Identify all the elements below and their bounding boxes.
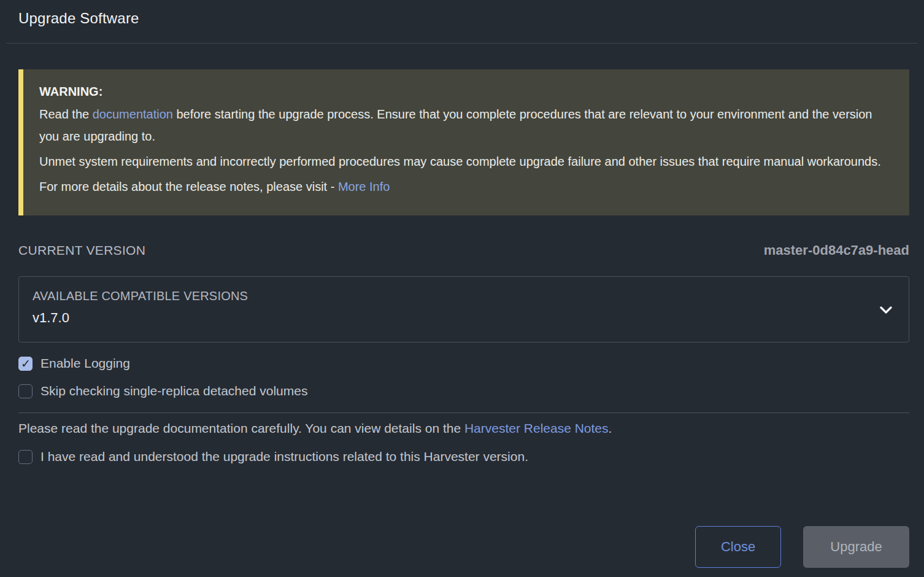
warning-p3-text-pre: For more details about the release notes…: [39, 180, 338, 193]
warning-paragraph-3: For more details about the release notes…: [39, 176, 892, 198]
read-confirm-checkbox-row[interactable]: I have read and understood the upgrade i…: [18, 449, 924, 464]
upgrade-button[interactable]: Upgrade: [803, 526, 909, 568]
warning-paragraph-2: Unmet system requirements and incorrectl…: [39, 150, 892, 172]
documentation-link[interactable]: documentation: [93, 107, 173, 121]
warning-p1-text-pre: Read the: [39, 107, 93, 121]
warning-paragraph-1: Read the documentation before starting t…: [39, 103, 892, 147]
page-title: Upgrade Software: [18, 10, 906, 27]
release-note-text-pre: Please read the upgrade documentation ca…: [18, 421, 464, 435]
upgrade-software-dialog: Upgrade Software WARNING: Read the docum…: [0, 0, 924, 577]
dialog-header: Upgrade Software: [0, 0, 924, 27]
available-versions-label: AVAILABLE COMPATIBLE VERSIONS: [33, 289, 894, 303]
header-divider: [6, 43, 918, 44]
enable-logging-checkbox[interactable]: [18, 357, 33, 371]
skip-single-replica-checkbox-row[interactable]: Skip checking single-replica detached vo…: [18, 384, 924, 398]
skip-single-replica-checkbox[interactable]: [18, 384, 33, 398]
more-info-link[interactable]: More Info: [338, 180, 390, 193]
current-version-row: CURRENT VERSION master-0d84c7a9-head: [18, 242, 909, 258]
harvester-release-notes-link[interactable]: Harvester Release Notes: [464, 421, 609, 435]
skip-single-replica-label: Skip checking single-replica detached vo…: [40, 384, 307, 398]
current-version-value: master-0d84c7a9-head: [764, 242, 909, 258]
close-button[interactable]: Close: [695, 526, 781, 568]
current-version-label: CURRENT VERSION: [18, 243, 145, 258]
read-confirm-label: I have read and understood the upgrade i…: [40, 449, 528, 464]
release-note-text-post: .: [609, 421, 612, 435]
available-versions-select[interactable]: AVAILABLE COMPATIBLE VERSIONS v1.7.0: [18, 276, 909, 343]
read-confirm-checkbox[interactable]: [18, 450, 33, 464]
release-note-text: Please read the upgrade documentation ca…: [18, 421, 909, 436]
chevron-down-icon: [880, 306, 892, 314]
dialog-footer: Close Upgrade: [695, 526, 909, 568]
enable-logging-checkbox-row[interactable]: Enable Logging: [18, 356, 924, 371]
selected-version-value: v1.7.0: [33, 310, 894, 326]
warning-banner: WARNING: Read the documentation before s…: [18, 69, 909, 215]
section-divider: [18, 412, 909, 413]
enable-logging-label: Enable Logging: [40, 356, 130, 371]
warning-heading: WARNING:: [39, 85, 892, 99]
